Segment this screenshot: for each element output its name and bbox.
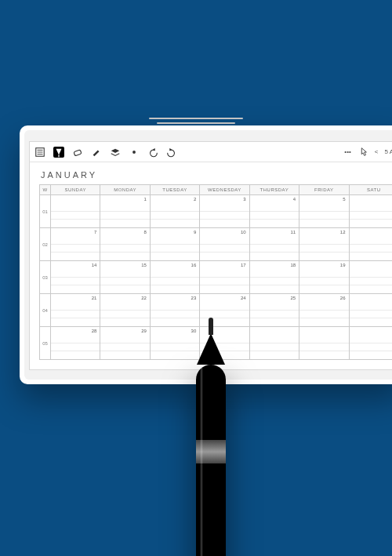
day-number: 25	[290, 296, 296, 300]
calendar-header: W SUNDAY MONDAY TUESDAY WEDNESDAY THURSD…	[40, 185, 392, 194]
undo-icon[interactable]	[147, 147, 158, 158]
more-icon[interactable]: •••	[344, 148, 350, 155]
day-cell[interactable]: 24	[200, 294, 249, 326]
day-cell[interactable]: 22	[100, 294, 150, 326]
day-cell[interactable]: 17	[200, 261, 249, 293]
day-cell[interactable]: 18	[250, 261, 299, 293]
day-cell[interactable]: 10	[200, 228, 249, 260]
pen-tool-icon[interactable]	[53, 147, 64, 158]
calendar-row: 02 7 8 9 10 11 12	[40, 227, 392, 260]
svg-point-6	[132, 151, 136, 154]
day-number: 7	[94, 230, 96, 234]
day-number: 2	[194, 197, 196, 202]
day-number: 17	[241, 263, 246, 267]
day-cell[interactable]: 5	[299, 195, 349, 227]
tablet-speaker-slots	[149, 118, 243, 124]
calendar-row: 01 1 2 3 4 5	[40, 194, 392, 227]
day-cell[interactable]: 11	[250, 228, 299, 260]
day-cell[interactable]: 29	[100, 327, 150, 359]
dot-icon[interactable]	[129, 147, 140, 158]
day-cell[interactable]	[250, 327, 299, 359]
day-number: 15	[141, 263, 147, 267]
redo-icon[interactable]	[166, 147, 177, 158]
day-header: SUNDAY	[51, 185, 100, 194]
day-cell[interactable]	[350, 261, 392, 293]
day-number: 21	[92, 296, 97, 300]
day-number: 12	[340, 230, 346, 234]
stylus-pen	[196, 365, 226, 556]
week-number: 05	[40, 327, 51, 359]
day-cell[interactable]: 26	[299, 294, 349, 326]
day-number: 4	[293, 197, 296, 202]
day-number: 5	[343, 197, 345, 202]
day-cell[interactable]	[350, 228, 392, 260]
day-number: 10	[241, 230, 246, 234]
day-cell[interactable]: 8	[100, 228, 150, 260]
week-number: 01	[40, 195, 51, 227]
eraser-icon[interactable]	[72, 147, 83, 158]
page-indicator: 5 A	[384, 148, 392, 155]
day-cell[interactable]: 2	[151, 195, 200, 227]
nav-prev-icon[interactable]: <	[375, 148, 379, 155]
day-cell[interactable]: 1	[100, 195, 150, 227]
week-number: 04	[40, 294, 51, 326]
day-number: 18	[290, 263, 296, 267]
day-header: MONDAY	[100, 185, 150, 194]
day-number: 24	[241, 296, 246, 300]
day-cell[interactable]: 30	[151, 327, 200, 359]
day-number: 14	[92, 263, 97, 267]
toolbar: ••• < 5 A	[30, 142, 392, 162]
day-cell[interactable]: 19	[299, 261, 349, 293]
week-number: 02	[40, 228, 51, 260]
day-header: WEDNESDAY	[200, 185, 249, 194]
day-cell[interactable]: 14	[51, 261, 100, 293]
pointer-icon[interactable]	[358, 147, 368, 158]
day-cell[interactable]: 25	[250, 294, 299, 326]
highlighter-icon[interactable]	[91, 147, 102, 158]
day-number: 23	[191, 296, 197, 300]
day-cell[interactable]	[51, 195, 100, 227]
day-header: FRIDAY	[299, 185, 349, 194]
day-number: 29	[141, 329, 147, 333]
day-number: 26	[340, 296, 346, 300]
week-number: 03	[40, 261, 51, 293]
day-cell[interactable]: 12	[299, 228, 349, 260]
day-cell[interactable]	[299, 327, 349, 359]
day-number: 30	[191, 329, 197, 333]
day-cell[interactable]: 4	[250, 195, 299, 227]
menu-icon[interactable]	[34, 147, 45, 158]
calendar-row: 04 21 22 23 24 25 26	[40, 293, 392, 326]
day-cell[interactable]: 28	[51, 327, 100, 359]
day-cell[interactable]: 3	[200, 195, 249, 227]
day-number: 11	[290, 230, 296, 234]
day-number: 19	[340, 263, 346, 267]
day-number: 9	[194, 230, 196, 234]
day-cell[interactable]: 9	[151, 228, 200, 260]
day-number: 1	[144, 197, 147, 202]
svg-rect-5	[74, 149, 82, 155]
day-cell[interactable]: 21	[51, 294, 100, 326]
day-cell[interactable]	[350, 327, 392, 359]
day-cell[interactable]: 23	[151, 294, 200, 326]
day-number: 28	[92, 329, 97, 333]
week-header: W	[40, 185, 51, 194]
day-number: 22	[141, 296, 147, 300]
day-header: THURSDAY	[250, 185, 299, 194]
day-number: 3	[243, 197, 245, 202]
day-cell[interactable]: 15	[100, 261, 150, 293]
day-number: 16	[191, 263, 197, 267]
day-number: 8	[144, 230, 147, 234]
day-cell[interactable]: 7	[51, 228, 100, 260]
day-cell[interactable]	[350, 195, 392, 227]
day-cell[interactable]	[350, 294, 392, 326]
day-header: TUESDAY	[151, 185, 200, 194]
layers-icon[interactable]	[110, 147, 121, 158]
day-cell[interactable]: 16	[151, 261, 200, 293]
day-header: SATU	[350, 185, 392, 194]
month-title: JANUARY	[30, 162, 392, 184]
calendar-row: 03 14 15 16 17 18 19	[40, 260, 392, 293]
